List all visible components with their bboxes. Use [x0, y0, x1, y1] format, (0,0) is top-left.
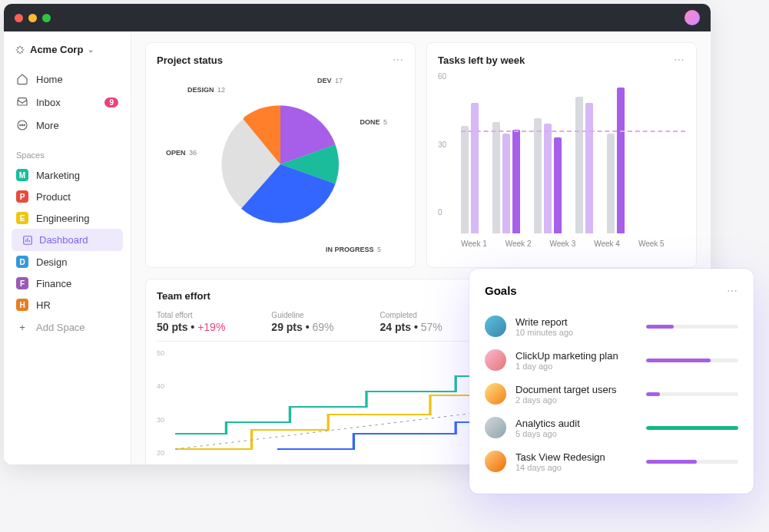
space-icon: E [16, 212, 28, 224]
card-title: Tasks left by week [438, 55, 525, 66]
workspace-icon [15, 45, 25, 55]
more-icon [16, 119, 28, 131]
svg-point-2 [22, 124, 22, 125]
avatar [485, 316, 506, 337]
avatar [485, 349, 506, 371]
dashboard-link[interactable]: Dashboard [12, 229, 123, 251]
space-product[interactable]: PProduct [12, 186, 123, 207]
y-axis: 60 30 0 [438, 72, 446, 216]
space-icon: M [16, 169, 28, 181]
user-avatar[interactable] [684, 10, 700, 25]
workspace-switcher[interactable]: Acme Corp ⌄ [12, 42, 123, 63]
tasks-left-card: Tasks left by week ⋯ 60 30 0 [426, 42, 697, 268]
pie-label-open: OPEN 36 [166, 149, 197, 157]
space-hr[interactable]: HHR [12, 294, 123, 316]
space-icon: D [16, 256, 28, 268]
pie-label-design: DESIGN 12 [187, 86, 225, 94]
project-status-card: Project status ⋯ DESIGN 12 OPEN 36 DEV 1… [145, 42, 416, 268]
space-icon: F [16, 277, 28, 289]
space-marketing[interactable]: MMarketing [12, 164, 123, 186]
minimize-dot[interactable] [28, 14, 37, 22]
avatar [485, 417, 506, 438]
pie-chart: DESIGN 12 OPEN 36 DEV 17 DONE 5 IN PROGR… [157, 72, 404, 256]
dashboard-icon [22, 235, 33, 246]
progress-bar [646, 392, 738, 396]
sidebar: Acme Corp ⌄ Home Inbox 9 More Spaces [4, 31, 131, 464]
svg-point-1 [20, 124, 21, 125]
stat-guideline: Guideline 29 pts • 69% [271, 311, 333, 333]
pie-label-inprogress: IN PROGRESS 5 [326, 246, 381, 253]
titlebar [4, 4, 711, 31]
inbox-badge: 9 [104, 97, 118, 107]
progress-bar [646, 325, 738, 329]
goals-card: Goals ⋯ Write report10 minutes ago Click… [469, 269, 754, 494]
maximize-dot[interactable] [42, 14, 51, 22]
card-more-button[interactable]: ⋯ [674, 54, 685, 66]
svg-point-3 [24, 124, 25, 125]
pie-label-done: DONE 5 [360, 118, 387, 126]
x-axis: Week 1 Week 2 Week 3 Week 4 Week 5 [438, 240, 685, 248]
space-design[interactable]: DDesign [12, 251, 123, 273]
goals-more-button[interactable]: ⋯ [727, 285, 738, 297]
goals-title: Goals [485, 284, 517, 297]
space-engineering[interactable]: EEngineering [12, 207, 123, 229]
progress-bar [646, 460, 738, 464]
workspace-name: Acme Corp [30, 44, 83, 55]
avatar [485, 451, 506, 472]
progress-bar [646, 359, 738, 362]
goal-item[interactable]: Write report10 minutes ago [485, 309, 738, 343]
reference-line [461, 131, 685, 132]
avatar [485, 383, 506, 405]
add-space-button[interactable]: + Add Space [12, 316, 123, 339]
space-icon: P [16, 190, 28, 203]
space-icon: H [16, 299, 28, 311]
nav-inbox[interactable]: Inbox 9 [12, 91, 123, 114]
card-more-button[interactable]: ⋯ [393, 54, 404, 66]
progress-bar [646, 426, 738, 430]
nav-home[interactable]: Home [12, 68, 123, 91]
goal-item[interactable]: Document target users2 days ago [485, 377, 738, 411]
chevron-down-icon: ⌄ [88, 45, 94, 54]
inbox-icon [16, 96, 28, 108]
stat-completed: Completed 24 pts • 57% [380, 311, 443, 333]
plus-icon: + [16, 321, 28, 333]
window-controls[interactable] [15, 14, 51, 22]
nav-more[interactable]: More [12, 114, 123, 137]
spaces-label: Spaces [16, 150, 123, 160]
goal-item[interactable]: Analytics audit5 days ago [485, 411, 738, 444]
goal-item[interactable]: Task View Redesign14 days ago [485, 444, 738, 478]
space-finance[interactable]: FFinance [12, 273, 123, 294]
card-title: Project status [157, 55, 223, 66]
goal-item[interactable]: ClickUp marketing plan1 day ago [485, 343, 738, 377]
bar-chart: 60 30 0 [438, 72, 685, 233]
home-icon [16, 73, 28, 85]
close-dot[interactable] [15, 14, 23, 22]
pie-label-dev: DEV 17 [317, 77, 343, 84]
stat-total: Total effort 50 pts • +19% [157, 311, 225, 333]
